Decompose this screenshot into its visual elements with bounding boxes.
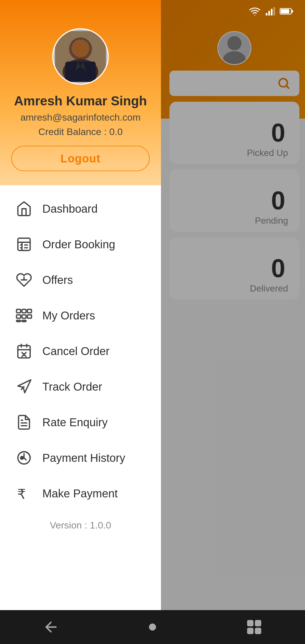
svg-rect-31 — [22, 320, 26, 322]
menu-item-my-orders[interactable]: My Orders — [0, 298, 161, 333]
svg-rect-16 — [65, 62, 96, 82]
menu-item-payment-history[interactable]: Payment History — [0, 440, 161, 476]
menu-label-payment-history: Payment History — [42, 452, 125, 464]
svg-rect-10 — [281, 9, 289, 14]
status-right — [249, 6, 294, 17]
drawer-header: Amresh Kumar Singh amresh@sagarinfotech.… — [0, 0, 161, 185]
menu-label-my-orders: My Orders — [42, 309, 95, 322]
svg-rect-44 — [248, 628, 253, 634]
signal-icon — [265, 6, 275, 17]
svg-rect-43 — [256, 621, 261, 626]
my-orders-icon — [14, 306, 34, 325]
svg-rect-42 — [248, 621, 253, 626]
svg-rect-24 — [16, 309, 20, 313]
user-email: amresh@sagarinfotech.com — [20, 112, 141, 123]
logout-button[interactable]: Logout — [11, 146, 150, 171]
payment-history-icon — [14, 448, 34, 468]
avatar — [52, 28, 109, 85]
menu-label-order-booking: Order Booking — [42, 238, 115, 251]
wifi-icon — [249, 6, 260, 17]
rate-enquiry-icon — [14, 412, 34, 432]
nav-home-button[interactable] — [133, 616, 172, 638]
menu-item-offers[interactable]: Offers — [0, 262, 161, 298]
menu-label-rate-enquiry: Rate Enquiry — [42, 416, 108, 429]
svg-rect-7 — [271, 9, 273, 16]
svg-point-15 — [72, 40, 90, 57]
menu-label-cancel-order: Cancel Order — [42, 345, 110, 358]
credit-balance: Credit Balance : 0.0 — [38, 126, 123, 137]
svg-rect-28 — [22, 315, 26, 318]
make-payment-icon: ₹ — [14, 484, 34, 503]
svg-point-39 — [21, 456, 23, 459]
svg-rect-32 — [18, 346, 30, 358]
cancel-order-icon — [14, 341, 34, 361]
version-text: Version : 1.0.0 — [0, 511, 161, 542]
order-booking-icon — [14, 234, 34, 254]
nav-recent-button[interactable] — [234, 616, 274, 638]
svg-rect-30 — [16, 320, 20, 322]
menu-item-track-order[interactable]: Track Order — [0, 369, 161, 404]
svg-rect-29 — [27, 315, 32, 318]
offers-icon — [14, 270, 34, 290]
menu-item-make-payment[interactable]: ₹ Make Payment — [0, 476, 161, 511]
svg-rect-5 — [266, 13, 267, 16]
svg-rect-6 — [268, 11, 270, 16]
svg-text:₹: ₹ — [17, 486, 26, 502]
menu-item-dashboard[interactable]: Dashboard — [0, 191, 161, 227]
menu-label-make-payment: Make Payment — [42, 487, 118, 500]
menu-item-order-booking[interactable]: Order Booking — [0, 227, 161, 262]
menu-item-cancel-order[interactable]: Cancel Order — [0, 333, 161, 369]
bottom-navigation-bar — [0, 610, 305, 644]
battery-icon — [280, 6, 294, 16]
svg-rect-11 — [292, 10, 293, 13]
user-name: Amresh Kumar Singh — [14, 93, 147, 108]
svg-rect-45 — [256, 628, 261, 634]
svg-rect-8 — [273, 7, 275, 16]
svg-point-41 — [150, 624, 155, 630]
menu-label-offers: Offers — [42, 274, 73, 286]
svg-rect-27 — [16, 315, 20, 318]
menu-label-track-order: Track Order — [42, 380, 102, 393]
svg-rect-25 — [22, 309, 26, 313]
nav-back-button[interactable] — [31, 616, 71, 638]
menu-item-rate-enquiry[interactable]: Rate Enquiry — [0, 404, 161, 440]
home-icon — [14, 199, 34, 219]
svg-rect-19 — [18, 238, 30, 251]
drawer-menu: Dashboard Order Booking — [0, 185, 161, 644]
menu-label-dashboard: Dashboard — [42, 203, 98, 215]
svg-rect-26 — [27, 309, 32, 313]
avatar-image — [55, 31, 106, 82]
navigation-drawer: Amresh Kumar Singh amresh@sagarinfotech.… — [0, 0, 161, 644]
track-order-icon — [14, 377, 34, 397]
